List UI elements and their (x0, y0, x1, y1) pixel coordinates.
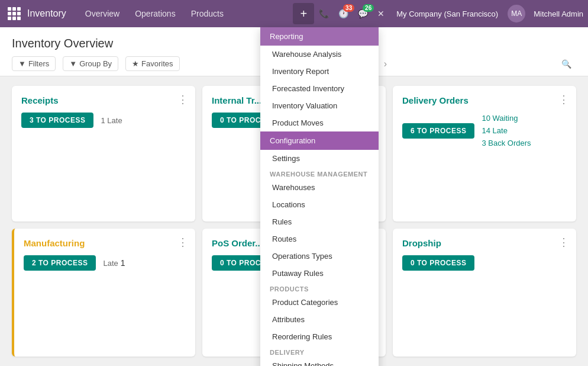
card-delivery-title: Delivery Orders (402, 95, 567, 105)
card-manufacturing-count: 1 (121, 258, 125, 268)
reporting-section-header: Reporting (260, 27, 379, 46)
grid-icon (8, 7, 21, 20)
card-delivery-stat-waiting: 10 Waiting (482, 113, 531, 125)
menu-rules[interactable]: Rules (260, 213, 379, 230)
user-name: Mitchell Admin (534, 9, 583, 18)
search-button[interactable]: 🔍 (557, 57, 576, 71)
search-icon: 🔍 (561, 59, 571, 69)
card-receipts-stat: 1 Late (101, 116, 122, 125)
card-delivery-button[interactable]: 6 TO PROCESS (402, 123, 474, 139)
add-menu-button[interactable]: + (293, 3, 314, 24)
card-dropship-bottom: 0 TO PROCESS (402, 255, 567, 271)
phone-button[interactable]: 📞 (316, 7, 331, 21)
card-delivery-stat-late: 14 Late (482, 125, 531, 137)
menu-forecasted-inventory[interactable]: Forecasted Inventory (260, 80, 379, 97)
card-delivery-more[interactable]: ⋮ (558, 93, 569, 106)
user-avatar[interactable]: MA (508, 5, 525, 23)
warehouse-management-label: Warehouse Management (260, 167, 379, 179)
activity-button[interactable]: 🕐 33 (336, 7, 351, 21)
card-dropship-button[interactable]: 0 TO PROCESS (402, 255, 474, 271)
menu-warehouse-analysis[interactable]: Warehouse Analysis (260, 46, 379, 63)
filter-icon: ▼ (18, 59, 26, 68)
menu-product-moves[interactable]: Product Moves (260, 114, 379, 131)
nav-links: Overview Operations Products (78, 7, 290, 21)
nav-operations[interactable]: Operations (128, 7, 182, 21)
card-receipts-button[interactable]: 3 TO PROCESS (21, 113, 93, 128)
card-dropship: ⋮ Dropship 0 TO PROCESS (393, 229, 576, 357)
card-manufacturing-bottom: 2 TO PROCESS Late 1 (24, 255, 186, 271)
card-manufacturing-more[interactable]: ⋮ (177, 236, 188, 249)
activity-badge: 33 (343, 4, 354, 12)
card-manufacturing-button[interactable]: 2 TO PROCESS (24, 255, 96, 271)
menu-operations-types[interactable]: Operations Types (260, 248, 379, 265)
topbar-icons: 📞 🕐 33 💬 26 ✕ My Company (San Francisco)… (316, 5, 583, 23)
menu-putaway-rules[interactable]: Putaway Rules (260, 265, 379, 282)
nav-products[interactable]: Products (184, 7, 231, 21)
card-delivery-stats: 10 Waiting 14 Late 3 Back Orders (482, 113, 531, 149)
configuration-section-header: Configuration (260, 131, 379, 150)
card-delivery-orders: ⋮ Delivery Orders 6 TO PROCESS 10 Waitin… (393, 86, 576, 221)
menu-reordering-rules[interactable]: Reordering Rules (260, 328, 379, 345)
star-icon: ★ (132, 59, 139, 68)
nav-overview[interactable]: Overview (78, 7, 127, 21)
favorites-button[interactable]: ★ Favorites (125, 56, 179, 71)
menu-warehouses[interactable]: Warehouses (260, 179, 379, 196)
card-receipts-title: Receipts (21, 95, 186, 105)
menu-product-categories[interactable]: Product Categories (260, 294, 379, 311)
card-manufacturing-stat: Late (103, 259, 118, 268)
company-name: My Company (San Francisco) (396, 9, 498, 18)
topbar: Inventory Overview Operations Products +… (0, 0, 588, 27)
card-manufacturing: ⋮ Manufacturing 2 TO PROCESS Late 1 (12, 229, 195, 357)
card-dropship-more[interactable]: ⋮ (558, 236, 569, 249)
group-icon: ▼ (69, 59, 77, 68)
card-receipts-bottom: 3 TO PROCESS 1 Late (21, 113, 186, 128)
card-manufacturing-title: Manufacturing (24, 238, 186, 248)
next-page-button[interactable]: › (384, 59, 387, 69)
apps-menu-button[interactable] (5, 4, 24, 23)
messages-button[interactable]: 💬 26 (356, 7, 370, 21)
dropdown-menu: Reporting Warehouse Analysis Inventory R… (260, 27, 379, 366)
messages-badge: 26 (363, 4, 374, 12)
app-name: Inventory (27, 8, 66, 19)
card-delivery-bottom: 6 TO PROCESS 10 Waiting 14 Late 3 Back O… (402, 113, 567, 149)
menu-inventory-report[interactable]: Inventory Report (260, 63, 379, 80)
delivery-label: Delivery (260, 345, 379, 357)
menu-settings[interactable]: Settings (260, 150, 379, 167)
card-dropship-title: Dropship (402, 238, 567, 248)
menu-inventory-valuation[interactable]: Inventory Valuation (260, 97, 379, 114)
menu-shipping-methods[interactable]: Shipping Methods (260, 357, 379, 366)
avatar-icon: MA (511, 9, 522, 18)
settings-button[interactable]: ✕ (375, 7, 387, 21)
menu-attributes[interactable]: Attributes (260, 311, 379, 328)
menu-locations[interactable]: Locations (260, 196, 379, 213)
card-delivery-stat-backorders: 3 Back Orders (482, 137, 531, 150)
card-receipts-more[interactable]: ⋮ (177, 93, 188, 106)
filters-button[interactable]: ▼ Filters (12, 56, 56, 71)
settings-icon: ✕ (377, 9, 385, 18)
products-label: Products (260, 282, 379, 294)
card-receipts: ⋮ Receipts 3 TO PROCESS 1 Late (12, 86, 195, 221)
phone-icon: 📞 (319, 9, 329, 18)
menu-routes[interactable]: Routes (260, 230, 379, 248)
group-by-button[interactable]: ▼ Group By (63, 56, 118, 71)
